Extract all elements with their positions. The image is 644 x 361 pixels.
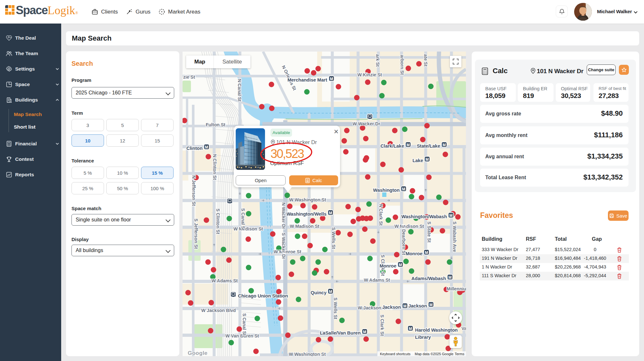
svg-text:S Jefferson St: S Jefferson St: [194, 219, 199, 249]
svg-text:State/Lake: State/Lake: [417, 143, 440, 149]
svg-text:S Clark St: S Clark St: [380, 315, 385, 336]
svg-text:Quincy: Quincy: [311, 290, 327, 295]
svg-text:ate St: ate St: [423, 54, 428, 66]
svg-text:M: M: [449, 275, 452, 280]
svg-text:Washington: Washington: [373, 188, 400, 193]
svg-text:M: M: [329, 211, 332, 215]
svg-text:M: M: [329, 289, 332, 294]
svg-text:S Wells St: S Wells St: [331, 227, 336, 249]
svg-text:Monroe: Monroe: [380, 263, 396, 268]
svg-text:M: M: [450, 213, 453, 218]
svg-text:LaSalle/Van Buren: LaSalle/Van Buren: [320, 330, 361, 336]
svg-text:W Wacker Dr: W Wacker Dr: [353, 121, 380, 126]
svg-text:M: M: [205, 145, 208, 150]
svg-text:S Canal St: S Canal St: [241, 208, 246, 231]
svg-text:W Adams St: W Adams St: [212, 278, 238, 283]
svg-text:N Clark St: N Clark St: [378, 204, 384, 226]
svg-text:Jackson: Jackson: [382, 305, 401, 310]
svg-text:S Wacker Dr: S Wacker Dr: [281, 233, 286, 259]
svg-text:S Canal St: S Canal St: [242, 313, 247, 336]
svg-text:M: M: [407, 143, 410, 147]
svg-text:S Wells St: S Wells St: [333, 298, 338, 319]
svg-text:W Kinzie St: W Kinzie St: [357, 72, 382, 77]
svg-text:W Jackson Blvd: W Jackson Blvd: [201, 308, 236, 313]
svg-text:M: M: [409, 327, 412, 331]
svg-text:Washington/Wells: Washington/Wells: [287, 211, 327, 217]
svg-text:Monroe: Monroe: [406, 251, 422, 256]
svg-text:W Adams St: W Adams St: [364, 278, 390, 283]
svg-text:M: M: [399, 263, 402, 267]
svg-text:M: M: [330, 77, 333, 81]
svg-text:N Jefferson St: N Jefferson St: [191, 175, 196, 206]
svg-text:M: M: [402, 187, 405, 191]
svg-text:Harold Washington: Harold Washington: [415, 327, 458, 333]
svg-text:S Wabash Ave: S Wabash Ave: [452, 221, 457, 252]
svg-text:W Washington St: W Washington St: [289, 197, 326, 202]
svg-text:M: M: [426, 157, 429, 162]
svg-text:S Dearborn St: S Dearborn St: [401, 225, 406, 255]
svg-text:Merchandise Mart: Merchandise Mart: [288, 77, 327, 83]
svg-text:S Clinton St: S Clinton St: [215, 209, 221, 234]
svg-text:Chicago Union Station: Chicago Union Station: [238, 293, 288, 298]
svg-text:N Canal St: N Canal St: [237, 79, 242, 102]
svg-text:M: M: [363, 330, 366, 334]
svg-text:Va: Va: [461, 326, 466, 331]
svg-text:N Wacker Dr: N Wacker Dr: [281, 202, 286, 229]
svg-text:M: M: [430, 303, 433, 307]
svg-text:W Monroe St: W Monroe St: [274, 249, 301, 254]
svg-text:W Madison St: W Madison St: [394, 224, 424, 229]
svg-text:ark St: ark St: [375, 54, 380, 67]
svg-text:Fulton St: Fulton St: [206, 122, 225, 127]
svg-text:zie St: zie St: [183, 74, 195, 80]
svg-text:Millenniu: Millenniu: [447, 286, 466, 291]
svg-text:Library: Library: [415, 335, 431, 340]
svg-text:M: M: [403, 304, 407, 308]
svg-text:W Madison St: W Madison St: [233, 226, 263, 231]
svg-text:Clark/Lake: Clark/Lake: [381, 143, 404, 149]
svg-text:Washington/Wabash: Washington/Wabash: [401, 214, 447, 219]
svg-text:M: M: [443, 143, 446, 147]
svg-text:S State St: S State St: [427, 221, 432, 243]
svg-text:W Washington St: W Washington St: [289, 352, 326, 356]
svg-text:W Madison St: W Madison St: [290, 224, 319, 229]
svg-text:Lake: Lake: [412, 158, 423, 163]
svg-text:M: M: [425, 250, 428, 255]
svg-text:arborn St: arborn St: [400, 55, 405, 75]
svg-text:Adams/Wabash: Adams/Wabash: [412, 276, 446, 281]
svg-text:Clinton: Clinton: [186, 146, 203, 151]
svg-text:N Clinton St: N Clinton St: [212, 154, 217, 180]
svg-text:Jackson: Jackson: [408, 303, 427, 308]
